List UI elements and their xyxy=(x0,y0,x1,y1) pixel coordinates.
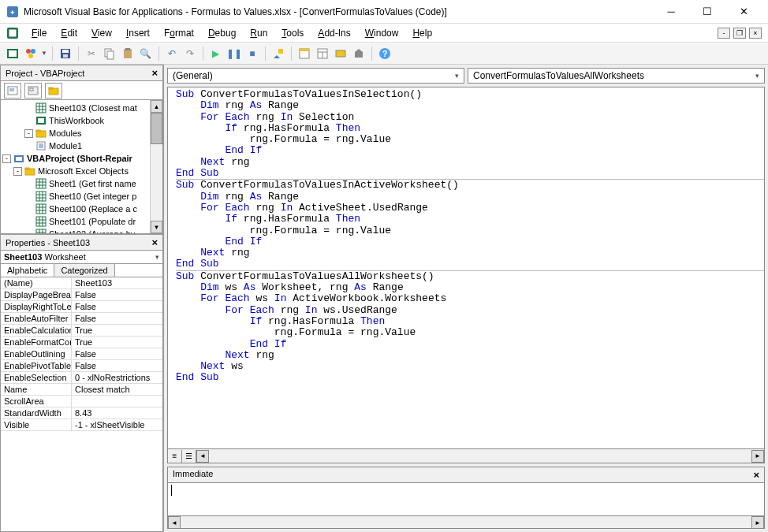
object-dropdown[interactable]: (General) ▾ xyxy=(167,68,464,84)
property-row[interactable]: ScrollArea xyxy=(1,396,162,407)
toolbox-icon[interactable] xyxy=(351,46,367,61)
view-object-icon[interactable] xyxy=(24,83,42,99)
property-row[interactable]: EnablePivotTableFalse xyxy=(1,360,162,372)
insert-dropdown-icon[interactable] xyxy=(23,46,39,61)
toggle-folders-icon[interactable] xyxy=(45,83,62,99)
tree-item[interactable]: Sheet1 (Get first name xyxy=(2,177,161,190)
tree-item[interactable]: Sheet103 (Closest mat xyxy=(2,102,161,114)
property-value[interactable]: 8.43 xyxy=(72,407,162,419)
property-value[interactable]: False xyxy=(72,360,162,371)
menu-debug[interactable]: Debug xyxy=(202,26,242,40)
property-value[interactable]: False xyxy=(72,289,162,300)
view-excel-icon[interactable] xyxy=(5,46,21,61)
menu-insert[interactable]: Insert xyxy=(120,26,156,40)
properties-window-icon[interactable] xyxy=(315,46,330,61)
break-icon[interactable]: ❚❚ xyxy=(226,46,242,61)
object-browser-icon[interactable] xyxy=(333,46,349,61)
menu-format[interactable]: Format xyxy=(158,26,200,40)
tree-item[interactable]: Sheet102 (Average by xyxy=(2,228,161,234)
procedure-view-icon[interactable]: ≡ xyxy=(168,450,182,463)
minimize-button[interactable]: ─ xyxy=(653,0,689,24)
menu-help[interactable]: Help xyxy=(406,26,438,40)
menu-window[interactable]: Window xyxy=(359,26,405,40)
property-value[interactable]: Sheet103 xyxy=(72,277,162,288)
immediate-hscroll[interactable]: ◄ ► xyxy=(167,516,765,529)
property-value[interactable]: Closest match xyxy=(72,384,162,395)
tab-alphabetic[interactable]: Alphabetic xyxy=(1,264,54,277)
property-value[interactable]: -1 - xlSheetVisible xyxy=(72,419,162,430)
properties-grid[interactable]: (Name)Sheet103DisplayPageBreaksFalseDisp… xyxy=(0,277,163,532)
property-row[interactable]: DisplayRightToLeftFalse xyxy=(1,301,162,313)
property-row[interactable]: EnableCalculationTrue xyxy=(1,325,162,337)
property-row[interactable]: NameClosest match xyxy=(1,384,162,396)
save-icon[interactable] xyxy=(58,46,73,61)
tree-scroll-up[interactable]: ▲ xyxy=(151,100,162,113)
menu-file[interactable]: File xyxy=(25,26,53,40)
code-editor[interactable]: Sub ConvertFormulasToValuesInSelection()… xyxy=(167,87,765,449)
design-mode-icon[interactable] xyxy=(270,46,286,61)
help-icon[interactable]: ? xyxy=(377,46,393,61)
tree-item[interactable]: ThisWorkbook xyxy=(2,114,161,127)
property-value[interactable] xyxy=(72,396,162,407)
tree-scroll-thumb[interactable] xyxy=(151,113,162,144)
reset-icon[interactable]: ■ xyxy=(244,46,260,61)
close-button[interactable]: ✕ xyxy=(725,0,762,24)
property-value[interactable]: True xyxy=(72,325,162,336)
menu-tools[interactable]: Tools xyxy=(275,26,310,40)
redo-icon[interactable]: ↷ xyxy=(182,46,198,61)
immediate-close[interactable]: × xyxy=(753,469,759,481)
tree-item[interactable]: Module1 xyxy=(2,140,161,152)
property-row[interactable]: StandardWidth8.43 xyxy=(1,407,162,419)
property-value[interactable]: 0 - xlNoRestrictions xyxy=(72,372,162,383)
property-row[interactable]: Visible-1 - xlSheetVisible xyxy=(1,419,162,431)
property-value[interactable]: True xyxy=(72,337,162,348)
immediate-window[interactable] xyxy=(167,483,765,516)
tree-expand-icon[interactable]: - xyxy=(13,167,22,176)
properties-object-select[interactable]: Sheet103 Worksheet ▾ xyxy=(0,251,163,264)
property-row[interactable]: (Name)Sheet103 xyxy=(1,277,162,289)
code-hscroll-left[interactable]: ◄ xyxy=(196,450,209,463)
menu-edit[interactable]: Edit xyxy=(54,26,84,40)
procedure-dropdown[interactable]: ConvertFormulasToValuesAllWorksheets ▾ xyxy=(468,68,765,84)
tree-scrollbar[interactable]: ▲ ▼ xyxy=(150,100,162,233)
project-tree[interactable]: Sheet103 (Closest matThisWorkbook-Module… xyxy=(0,100,163,234)
tree-scroll-down[interactable]: ▼ xyxy=(151,221,162,233)
excel-icon[interactable] xyxy=(6,27,19,39)
dropdown-arrow-icon[interactable]: ▾ xyxy=(155,253,159,261)
code-hscroll-right[interactable]: ► xyxy=(751,450,764,463)
property-row[interactable]: EnableFormatConditiTrue xyxy=(1,337,162,348)
property-value[interactable]: False xyxy=(72,301,162,312)
menu-view[interactable]: View xyxy=(85,26,118,40)
tree-item[interactable]: Sheet100 (Replace a c xyxy=(2,203,161,215)
property-row[interactable]: EnableAutoFilterFalse xyxy=(1,313,162,325)
project-panel-close[interactable]: × xyxy=(151,67,158,79)
property-value[interactable]: False xyxy=(72,313,162,324)
property-row[interactable]: DisplayPageBreaksFalse xyxy=(1,289,162,301)
tree-item[interactable]: -Microsoft Excel Objects xyxy=(2,165,161,177)
mdi-minimize[interactable]: - xyxy=(718,28,730,39)
tree-item[interactable]: -VBAProject (Short-Repair xyxy=(2,152,161,165)
tree-item[interactable]: Sheet10 (Get integer p xyxy=(2,190,161,203)
tree-item[interactable]: -Modules xyxy=(2,127,161,140)
view-code-icon[interactable] xyxy=(4,83,21,99)
immediate-hscroll-left[interactable]: ◄ xyxy=(168,516,181,529)
mdi-close[interactable]: × xyxy=(749,28,762,39)
menu-run[interactable]: Run xyxy=(244,26,274,40)
tab-categorized[interactable]: Categorized xyxy=(54,264,114,277)
tree-expand-icon[interactable]: - xyxy=(2,154,11,163)
copy-icon[interactable] xyxy=(102,46,117,61)
paste-icon[interactable] xyxy=(120,46,136,61)
property-row[interactable]: EnableOutliningFalse xyxy=(1,348,162,360)
full-module-view-icon[interactable]: ☰ xyxy=(182,450,196,463)
properties-panel-close[interactable]: × xyxy=(151,236,158,248)
property-row[interactable]: EnableSelection0 - xlNoRestrictions xyxy=(1,372,162,384)
find-icon[interactable]: 🔍 xyxy=(138,46,154,61)
project-explorer-icon[interactable] xyxy=(296,46,312,61)
maximize-button[interactable]: ☐ xyxy=(689,0,725,24)
tree-expand-icon[interactable]: - xyxy=(24,129,33,138)
property-value[interactable]: False xyxy=(72,348,162,359)
immediate-hscroll-right[interactable]: ► xyxy=(751,516,764,529)
undo-icon[interactable]: ↶ xyxy=(164,46,180,61)
tree-item[interactable]: Sheet101 (Populate dr xyxy=(2,215,161,228)
cut-icon[interactable]: ✂ xyxy=(84,46,99,61)
